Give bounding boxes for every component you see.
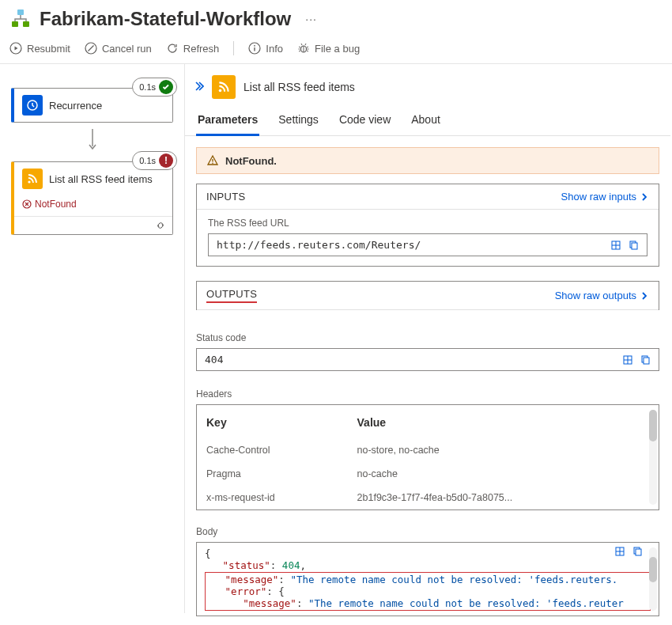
tab-parameters[interactable]: Parameters: [196, 108, 259, 136]
workflow-canvas: 0.1s Recurrence 0.1s !: [0, 64, 185, 613]
error-circle-icon: [22, 199, 32, 209]
svg-rect-26: [644, 358, 649, 364]
toolbar: Resubmit Cancel run Refresh Info File a …: [0, 36, 672, 64]
step-label: List all RSS feed items: [49, 173, 153, 185]
chevron-right-icon: [640, 192, 649, 202]
grid-icon[interactable]: [622, 354, 633, 366]
rss-url-label: The RSS feed URL: [197, 210, 659, 233]
success-icon: [159, 80, 173, 94]
svg-point-14: [219, 89, 222, 93]
copy-icon[interactable]: [628, 240, 639, 251]
grid-icon[interactable]: [610, 240, 621, 251]
svg-point-8: [254, 45, 255, 47]
outputs-heading: OUTPUTS: [206, 288, 257, 303]
inputs-heading: INPUTS: [206, 191, 245, 203]
status-code-field[interactable]: 404: [196, 348, 659, 371]
step-duration-badge: 0.1s !: [132, 151, 177, 170]
detail-title: List all RSS feed items: [244, 81, 355, 93]
more-menu-button[interactable]: ···: [305, 13, 317, 25]
copy-icon[interactable]: [632, 546, 643, 557]
headers-value-col: Value: [348, 405, 647, 438]
connector-arrow-icon: [11, 129, 173, 153]
copy-icon[interactable]: [640, 354, 651, 366]
cancel-circle-icon: [85, 42, 97, 55]
rss-icon: [212, 75, 236, 99]
show-raw-inputs-link[interactable]: Show raw inputs: [561, 191, 649, 203]
info-button[interactable]: Info: [248, 42, 283, 55]
step-label: Recurrence: [49, 100, 102, 112]
table-row: Cache-Controlno-store, no-cache: [197, 438, 647, 462]
info-icon: [248, 42, 261, 55]
warning-icon: [206, 154, 219, 167]
headers-key-col: Key: [197, 405, 348, 438]
show-raw-outputs-link[interactable]: Show raw outputs: [555, 290, 649, 301]
svg-rect-31: [636, 549, 641, 555]
toolbar-separator: [233, 41, 234, 55]
step-duration-badge: 0.1s: [132, 78, 177, 97]
tab-about[interactable]: About: [410, 108, 442, 135]
error-icon: !: [159, 153, 173, 168]
scrollbar-thumb[interactable]: [649, 557, 657, 582]
step-error-text: NotFound: [14, 195, 172, 216]
chevron-right-icon: [640, 291, 649, 301]
body-label: Body: [185, 518, 670, 542]
svg-rect-21: [632, 243, 637, 249]
collapse-button[interactable]: [193, 81, 204, 94]
page-title: Fabrikam-Stateful-Workflow: [40, 8, 291, 30]
error-banner: NotFound.: [196, 147, 659, 174]
headers-table: Key Value Cache-Controlno-store, no-cach…: [196, 404, 659, 510]
step-footer: [14, 216, 172, 234]
headers-label: Headers: [185, 381, 670, 404]
page-header: Fabrikam-Stateful-Workflow ···: [0, 0, 672, 36]
table-row: Pragmano-cache: [197, 462, 647, 486]
workflow-step-rss[interactable]: 0.1s ! List all RSS feed items NotFound: [11, 161, 173, 235]
clock-icon: [22, 95, 43, 116]
tab-settings[interactable]: Settings: [277, 108, 320, 135]
svg-line-5: [88, 46, 93, 51]
detail-tabs: Parameters Settings Code view About: [185, 108, 670, 136]
refresh-icon: [166, 42, 179, 55]
grid-icon[interactable]: [614, 546, 625, 557]
svg-point-12: [28, 180, 30, 183]
cancel-run-button[interactable]: Cancel run: [85, 42, 152, 55]
svg-point-16: [212, 163, 213, 165]
tab-code-view[interactable]: Code view: [338, 108, 392, 135]
bug-icon: [297, 42, 310, 55]
status-code-label: Status code: [185, 324, 670, 348]
body-field[interactable]: { "status": 404, "message": "The remote …: [196, 542, 659, 616]
svg-rect-0: [17, 9, 24, 15]
rss-icon: [22, 169, 43, 189]
svg-rect-1: [12, 21, 18, 27]
rss-url-field[interactable]: http://feeds.reuters.com/Reuters/: [208, 233, 647, 256]
resubmit-button[interactable]: Resubmit: [9, 42, 70, 55]
workflow-step-recurrence[interactable]: 0.1s Recurrence: [11, 88, 173, 123]
link-icon[interactable]: [155, 220, 166, 231]
detail-pane: List all RSS feed items Parameters Setti…: [185, 64, 672, 613]
inputs-section: INPUTS Show raw inputs The RSS feed URL …: [196, 184, 659, 267]
table-row: x-ms-request-id2b1f9c3e-17f7-4fea-b5d0-7…: [197, 486, 647, 509]
workflow-icon: [9, 8, 32, 30]
outputs-section: OUTPUTS Show raw outputs: [196, 281, 659, 310]
file-bug-button[interactable]: File a bug: [297, 42, 360, 55]
play-circle-icon: [9, 42, 22, 55]
scrollbar-thumb[interactable]: [649, 410, 657, 441]
refresh-button[interactable]: Refresh: [166, 42, 220, 55]
svg-rect-2: [23, 21, 29, 27]
